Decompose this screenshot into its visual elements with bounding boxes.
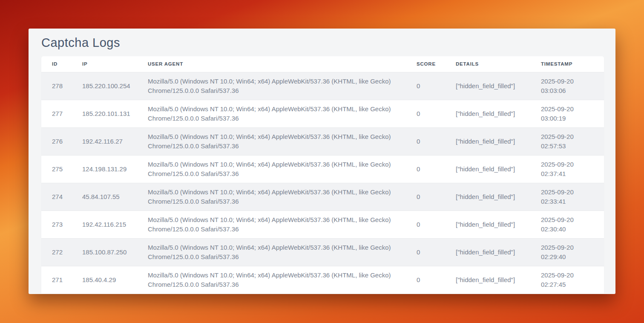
- cell-user-agent-text: Mozilla/5.0 (Windows NT 10.0; Win64; x64…: [148, 104, 397, 123]
- cell-score-text: 0: [417, 220, 420, 229]
- cell-timestamp-text: 2025-09-20 02:37:41: [541, 160, 584, 179]
- column-header-ip: IP: [72, 56, 137, 72]
- cell-ip-text: 185.40.4.29: [82, 275, 116, 285]
- table-row: 275 124.198.131.29 Mozilla/5.0 (Windows …: [41, 155, 604, 183]
- table-row: 274 45.84.107.55 Mozilla/5.0 (Windows NT…: [41, 183, 604, 211]
- cell-ip: 124.198.131.29: [72, 155, 137, 183]
- cell-timestamp: 2025-09-20 02:57:53: [530, 127, 604, 155]
- table-body: 278 185.220.100.254 Mozilla/5.0 (Windows…: [41, 72, 604, 294]
- cell-score: 0: [406, 211, 445, 238]
- cell-user-agent: Mozilla/5.0 (Windows NT 10.0; Win64; x64…: [137, 238, 406, 266]
- cell-timestamp-text: 2025-09-20 03:03:06: [541, 77, 584, 95]
- cell-id-text: 275: [52, 164, 63, 174]
- cell-user-agent: Mozilla/5.0 (Windows NT 10.0; Win64; x64…: [137, 155, 406, 183]
- table-header: ID IP USER AGENT SCORE DETAILS TIMESTAMP: [41, 56, 604, 72]
- captcha-logs-table: ID IP USER AGENT SCORE DETAILS TIMESTAMP…: [41, 56, 604, 294]
- cell-ip: 185.220.101.131: [72, 100, 137, 127]
- cell-user-agent: Mozilla/5.0 (Windows NT 10.0; Win64; x64…: [137, 127, 406, 155]
- cell-score-text: 0: [417, 109, 420, 118]
- cell-details-text: ["hidden_field_filled"]: [456, 192, 515, 202]
- cell-ip-text: 185.220.100.254: [82, 81, 130, 91]
- cell-id-text: 274: [52, 192, 63, 202]
- cell-id-text: 272: [52, 248, 63, 257]
- table-row: 276 192.42.116.27 Mozilla/5.0 (Windows N…: [41, 127, 604, 155]
- cell-ip-text: 185.220.101.131: [82, 109, 130, 118]
- cell-details-text: ["hidden_field_filled"]: [456, 220, 515, 229]
- cell-timestamp-text: 2025-09-20 03:00:19: [541, 104, 584, 123]
- cell-details-text: ["hidden_field_filled"]: [456, 248, 515, 257]
- column-header-user-agent: USER AGENT: [137, 56, 406, 72]
- cell-user-agent: Mozilla/5.0 (Windows NT 10.0; Win64; x64…: [137, 211, 406, 238]
- column-header-score: SCORE: [406, 56, 445, 72]
- cell-timestamp-text: 2025-09-20 02:57:53: [541, 132, 584, 151]
- cell-timestamp-text: 2025-09-20 02:27:45: [541, 271, 584, 289]
- header-row: ID IP USER AGENT SCORE DETAILS TIMESTAMP: [41, 56, 604, 72]
- cell-details-text: ["hidden_field_filled"]: [456, 109, 515, 118]
- cell-id: 272: [41, 238, 72, 266]
- page-title: Captcha Logs: [29, 29, 615, 56]
- cell-ip-text: 192.42.116.27: [82, 137, 123, 146]
- cell-details: ["hidden_field_filled"]: [445, 238, 530, 266]
- cell-id: 271: [41, 266, 72, 294]
- cell-user-agent: Mozilla/5.0 (Windows NT 10.0; Win64; x64…: [137, 266, 406, 294]
- cell-timestamp-text: 2025-09-20 02:33:41: [541, 187, 584, 206]
- column-header-timestamp: TIMESTAMP: [530, 56, 604, 72]
- cell-score-text: 0: [417, 164, 420, 174]
- cell-score-text: 0: [417, 192, 420, 202]
- cell-score-text: 0: [417, 81, 420, 91]
- cell-timestamp: 2025-09-20 02:37:41: [530, 155, 604, 183]
- cell-id: 275: [41, 155, 72, 183]
- cell-score: 0: [406, 100, 445, 127]
- cell-score-text: 0: [417, 248, 420, 257]
- cell-id: 278: [41, 72, 72, 100]
- cell-user-agent: Mozilla/5.0 (Windows NT 10.0; Win64; x64…: [137, 72, 406, 100]
- cell-score: 0: [406, 238, 445, 266]
- cell-ip-text: 45.84.107.55: [82, 192, 120, 202]
- cell-ip-text: 124.198.131.29: [82, 164, 126, 174]
- cell-timestamp: 2025-09-20 03:03:06: [530, 72, 604, 100]
- cell-id-text: 278: [52, 81, 63, 91]
- cell-ip: 192.42.116.27: [72, 127, 137, 155]
- cell-timestamp: 2025-09-20 02:29:40: [530, 238, 604, 266]
- cell-id-text: 277: [52, 109, 63, 118]
- cell-timestamp: 2025-09-20 02:27:45: [530, 266, 604, 294]
- cell-score-text: 0: [417, 275, 420, 285]
- cell-score: 0: [406, 72, 445, 100]
- cell-details-text: ["hidden_field_filled"]: [456, 275, 515, 285]
- cell-details: ["hidden_field_filled"]: [445, 127, 530, 155]
- cell-user-agent-text: Mozilla/5.0 (Windows NT 10.0; Win64; x64…: [148, 77, 397, 95]
- cell-details: ["hidden_field_filled"]: [445, 183, 530, 211]
- cell-details: ["hidden_field_filled"]: [445, 211, 530, 238]
- cell-user-agent: Mozilla/5.0 (Windows NT 10.0; Win64; x64…: [137, 183, 406, 211]
- logs-table-container: ID IP USER AGENT SCORE DETAILS TIMESTAMP…: [41, 56, 604, 294]
- cell-user-agent: Mozilla/5.0 (Windows NT 10.0; Win64; x64…: [137, 100, 406, 127]
- cell-id: 274: [41, 183, 72, 211]
- table-row: 278 185.220.100.254 Mozilla/5.0 (Windows…: [41, 72, 604, 100]
- cell-user-agent-text: Mozilla/5.0 (Windows NT 10.0; Win64; x64…: [148, 215, 397, 234]
- cell-id-text: 273: [52, 220, 63, 229]
- cell-user-agent-text: Mozilla/5.0 (Windows NT 10.0; Win64; x64…: [148, 271, 397, 289]
- cell-details-text: ["hidden_field_filled"]: [456, 164, 515, 174]
- table-row: 271 185.40.4.29 Mozilla/5.0 (Windows NT …: [41, 266, 604, 294]
- cell-id: 277: [41, 100, 72, 127]
- cell-timestamp-text: 2025-09-20 02:30:40: [541, 215, 584, 234]
- cell-id: 276: [41, 127, 72, 155]
- cell-timestamp: 2025-09-20 02:33:41: [530, 183, 604, 211]
- cell-ip: 185.40.4.29: [72, 266, 137, 294]
- cell-details: ["hidden_field_filled"]: [445, 100, 530, 127]
- cell-ip: 185.100.87.250: [72, 238, 137, 266]
- cell-ip: 45.84.107.55: [72, 183, 137, 211]
- cell-score-text: 0: [417, 137, 420, 146]
- cell-score: 0: [406, 183, 445, 211]
- page-background: { "page": { "title": "Captcha Logs" }, "…: [0, 0, 644, 323]
- cell-score: 0: [406, 155, 445, 183]
- cell-details-text: ["hidden_field_filled"]: [456, 137, 515, 146]
- cell-ip: 192.42.116.215: [72, 211, 137, 238]
- captcha-logs-card: Captcha Logs ID IP USER AGENT SCORE DETA…: [29, 29, 615, 294]
- cell-timestamp-text: 2025-09-20 02:29:40: [541, 243, 584, 262]
- cell-id-text: 271: [52, 275, 63, 285]
- column-header-id: ID: [41, 56, 72, 72]
- cell-id-text: 276: [52, 137, 63, 146]
- table-row: 273 192.42.116.215 Mozilla/5.0 (Windows …: [41, 211, 604, 238]
- cell-ip-text: 185.100.87.250: [82, 248, 126, 257]
